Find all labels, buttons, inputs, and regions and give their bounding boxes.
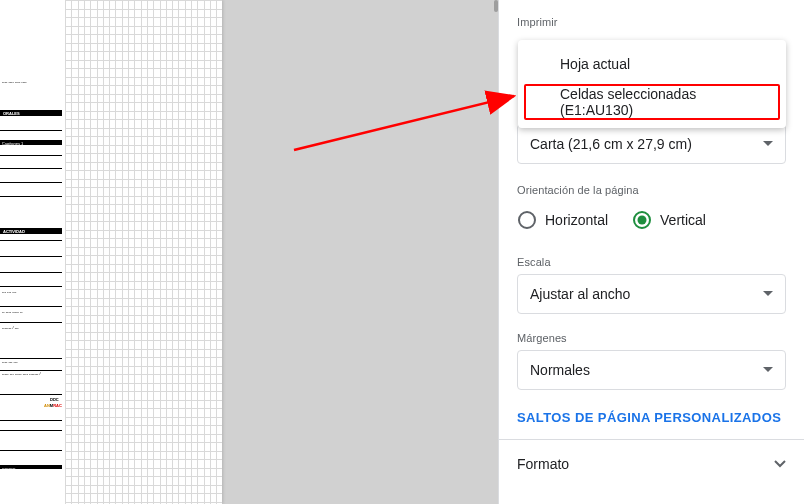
scale-value: Ajustar al ancho	[530, 286, 630, 302]
doc-line	[0, 182, 62, 183]
txt: ------- / ---	[2, 326, 19, 330]
orientation-vertical-label: Vertical	[660, 212, 706, 228]
doc-line	[0, 272, 62, 273]
margins-section-label: Márgenes	[517, 332, 786, 344]
txt: ---- ---- ---- ----	[2, 80, 27, 84]
doc-line	[0, 394, 62, 395]
menu-item-selected-cells[interactable]: Celdas seleccionadas (E1:AU130)	[524, 84, 780, 120]
doc-line	[0, 286, 62, 287]
orientation-horizontal-label: Horizontal	[545, 212, 608, 228]
doc-line	[0, 240, 62, 241]
orientation-vertical-option[interactable]: Vertical	[632, 202, 706, 238]
doc-line	[0, 130, 62, 131]
doc-label-orales: ORALES	[3, 112, 20, 116]
format-accordion[interactable]: Formato	[499, 439, 804, 488]
doc-line	[0, 168, 62, 169]
chevron-down-icon	[763, 367, 773, 373]
scale-section-label: Escala	[517, 256, 786, 268]
doc-line	[0, 430, 62, 431]
preview-grid: /*grid drawn below via JS*/	[65, 0, 222, 504]
doc-line	[0, 256, 62, 257]
format-label: Formato	[517, 456, 569, 472]
doc-line	[0, 450, 62, 451]
txt: ----------	[2, 466, 15, 470]
menu-item-label: Celdas seleccionadas (E1:AU130)	[560, 86, 764, 118]
doc-line	[0, 306, 62, 307]
txt: Capitanes 1	[2, 142, 23, 146]
menu-item-current-sheet[interactable]: Hoja actual	[518, 46, 786, 82]
chevron-down-icon	[774, 460, 786, 468]
orientation-section-label: Orientación de la página	[517, 184, 786, 196]
txt: ANMRAC	[44, 404, 62, 408]
doc-line	[0, 420, 62, 421]
paper-size-value: Carta (21,6 cm x 27,9 cm)	[530, 136, 692, 152]
radio-unchecked-icon	[517, 210, 537, 230]
chevron-down-icon	[763, 291, 773, 297]
paper-size-dropdown[interactable]: Carta (21,6 cm x 27,9 cm)	[517, 124, 786, 164]
scale-dropdown[interactable]: Ajustar al ancho	[517, 274, 786, 314]
custom-page-breaks-link[interactable]: SALTOS DE PÁGINA PERSONALIZADOS	[517, 410, 786, 425]
doc-line	[0, 322, 62, 323]
svg-point-0	[519, 212, 535, 228]
doc-label-actividad: ACTIVIDAD	[3, 230, 25, 234]
menu-item-label: Hoja actual	[560, 56, 630, 72]
print-preview-area: /*grid drawn below via JS*/ ---- ---- --…	[0, 0, 498, 504]
svg-point-2	[638, 216, 647, 225]
radio-checked-icon	[632, 210, 652, 230]
doc-line	[0, 155, 62, 156]
margins-value: Normales	[530, 362, 590, 378]
margins-dropdown[interactable]: Normales	[517, 350, 786, 390]
txt: ---- --- ---	[2, 360, 18, 364]
doc-line	[0, 196, 62, 197]
print-section-label: Imprimir	[517, 16, 786, 28]
orientation-radio-group: Horizontal Vertical	[517, 202, 786, 238]
txt: -- ---- ----- --	[2, 310, 23, 314]
print-range-menu: Hoja actual Celdas seleccionadas (E1:AU1…	[518, 40, 786, 128]
orientation-horizontal-option[interactable]: Horizontal	[517, 202, 608, 238]
txt: ----- --- ----- ---- ------- /	[2, 372, 41, 376]
document-preview: /*grid drawn below via JS*/ ---- ---- --…	[0, 0, 222, 504]
txt: --- --- ---	[2, 290, 16, 294]
chevron-down-icon	[763, 141, 773, 147]
txt: DDC	[50, 398, 59, 402]
